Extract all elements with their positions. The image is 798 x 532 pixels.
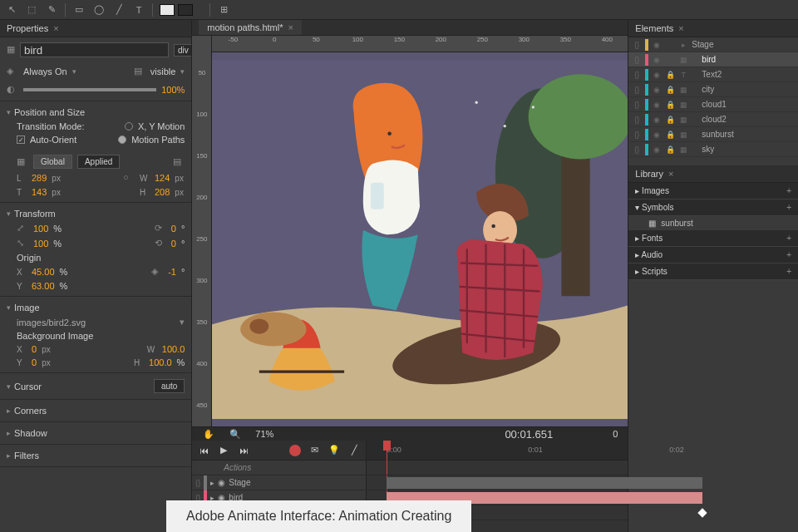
bg-w-value[interactable]: 100.0 bbox=[162, 344, 185, 354]
element-row[interactable]: {}◉🔒▦sky bbox=[628, 142, 798, 157]
zoom-value[interactable]: 71% bbox=[255, 429, 273, 439]
height-value[interactable]: 208 bbox=[155, 187, 170, 197]
properties-title: Properties bbox=[7, 23, 48, 33]
bg-h-value[interactable]: 100.0 bbox=[149, 357, 172, 367]
opacity-slider[interactable] bbox=[23, 88, 156, 91]
close-icon[interactable]: × bbox=[678, 23, 683, 33]
status-bar: ✋ 🔍 71% 00:01.651 0 bbox=[192, 426, 628, 441]
library-item[interactable]: ▦sunburst bbox=[628, 216, 798, 230]
pen-tool-icon[interactable]: ✎ bbox=[45, 3, 58, 17]
motion-paths-radio[interactable] bbox=[118, 135, 126, 144]
visibility-icon: ◈ bbox=[7, 66, 18, 77]
opacity-value[interactable]: 100% bbox=[161, 85, 185, 95]
elements-header: Elements× bbox=[628, 20, 798, 37]
bulb-icon[interactable]: 💡 bbox=[328, 444, 341, 457]
rotate-y-value[interactable]: 0 bbox=[171, 239, 176, 249]
opacity-icon: ◐ bbox=[7, 84, 18, 96]
rect-tool-icon[interactable]: ▭ bbox=[72, 3, 86, 17]
scale-y-icon: ⤡ bbox=[17, 238, 28, 249]
canvas[interactable] bbox=[212, 52, 628, 426]
library-section[interactable]: ▸ Fonts+ bbox=[628, 230, 798, 247]
element-row[interactable]: {}◉🔒▦cloud2 bbox=[628, 112, 798, 127]
global-button[interactable]: Global bbox=[33, 155, 72, 169]
svg-point-10 bbox=[492, 224, 496, 229]
image-path[interactable]: images/bird2.svg bbox=[17, 318, 86, 328]
image-header[interactable]: ▾Image bbox=[7, 300, 185, 315]
element-row[interactable]: {}◉🔒▦sunburst bbox=[628, 127, 798, 142]
svg-rect-7 bbox=[371, 183, 384, 209]
stroke-swatch[interactable] bbox=[178, 4, 193, 16]
fill-swatch[interactable] bbox=[160, 4, 175, 16]
element-type-select[interactable]: div bbox=[174, 44, 192, 57]
play-icon[interactable]: ▶ bbox=[217, 444, 230, 457]
mail-icon[interactable]: ✉ bbox=[308, 444, 321, 457]
forward-icon[interactable]: ⏭ bbox=[237, 444, 250, 457]
visible-label: visible bbox=[150, 66, 176, 76]
scale-y-value[interactable]: 100 bbox=[33, 239, 48, 249]
svg-point-8 bbox=[388, 131, 392, 135]
always-on-label: Always On bbox=[23, 66, 67, 76]
cursor-header[interactable]: ▾Cursor auto bbox=[7, 377, 185, 396]
ellipse-tool-icon[interactable]: ◯ bbox=[92, 3, 106, 17]
element-icon: ▦ bbox=[7, 44, 15, 56]
element-row[interactable]: {}◉▸Stage bbox=[628, 37, 798, 52]
tab-motion-paths[interactable]: motion paths.html*× bbox=[199, 20, 302, 35]
width-value[interactable]: 124 bbox=[155, 173, 170, 183]
timeline-row[interactable]: {}▸◉Stage bbox=[192, 475, 366, 490]
corners-header[interactable]: ▸Corners bbox=[7, 403, 185, 418]
left-value[interactable]: 289 bbox=[32, 173, 47, 183]
hand-tool-icon[interactable]: ✋ bbox=[202, 427, 215, 441]
element-name-input[interactable] bbox=[20, 42, 169, 57]
element-row[interactable]: {}◉🔒▦city bbox=[628, 82, 798, 97]
top-value[interactable]: 143 bbox=[32, 187, 47, 197]
ruler-vertical: 50100150200250300350400450 bbox=[192, 36, 212, 426]
canvas-illustration bbox=[212, 52, 628, 426]
record-button[interactable] bbox=[289, 445, 301, 456]
rotate-value[interactable]: 0 bbox=[171, 224, 176, 234]
dropdown-icon[interactable]: ▾ bbox=[180, 317, 185, 328]
select-tool-icon[interactable]: ⬚ bbox=[25, 3, 38, 17]
close-icon[interactable]: × bbox=[668, 169, 673, 179]
dropdown-icon[interactable]: ▾ bbox=[72, 67, 76, 76]
zoom-tool-icon[interactable]: 🔍 bbox=[229, 427, 242, 441]
skew-value[interactable]: -1 bbox=[168, 267, 176, 277]
library-header: Library× bbox=[628, 165, 798, 183]
scale-x-value[interactable]: 100 bbox=[33, 224, 48, 234]
ease-icon[interactable]: ╱ bbox=[347, 444, 361, 457]
library-section[interactable]: ▸ Images+ bbox=[628, 183, 798, 200]
element-row[interactable]: {}◉🔒TText2 bbox=[628, 67, 798, 82]
close-icon[interactable]: × bbox=[53, 23, 58, 33]
bg-y-value[interactable]: 0 bbox=[32, 357, 37, 367]
cursor-auto-button[interactable]: auto bbox=[154, 379, 185, 393]
origin-label: Origin bbox=[17, 253, 41, 263]
position-size-header[interactable]: ▾Position and Size bbox=[7, 105, 185, 120]
top-toolbar: ↖ ⬚ ✎ ▭ ◯ ╱ T ⊞ bbox=[0, 0, 798, 20]
dropdown-icon[interactable]: ▾ bbox=[180, 67, 185, 76]
transform-header[interactable]: ▾Transform bbox=[7, 206, 185, 221]
library-section[interactable]: ▸ Scripts+ bbox=[628, 264, 798, 280]
library-section[interactable]: ▾ Symbols+ bbox=[628, 200, 798, 216]
filters-header[interactable]: ▸Filters bbox=[7, 448, 185, 463]
origin-x-value[interactable]: 45.00 bbox=[32, 267, 55, 277]
close-tab-icon[interactable]: × bbox=[288, 22, 293, 32]
timeline-ruler[interactable]: 0:000:010:020:03 bbox=[367, 441, 628, 461]
align-icon[interactable]: ▤ bbox=[173, 156, 185, 168]
applied-button[interactable]: Applied bbox=[77, 155, 120, 169]
auto-orient-check[interactable]: ✓ bbox=[17, 135, 25, 144]
link-icon[interactable]: ○ bbox=[123, 172, 135, 184]
text-tool-icon[interactable]: T bbox=[132, 3, 145, 17]
shadow-header[interactable]: ▸Shadow bbox=[7, 426, 185, 441]
bg-x-value[interactable]: 0 bbox=[32, 344, 37, 354]
line-tool-icon[interactable]: ╱ bbox=[112, 3, 126, 17]
stage-track-bar[interactable] bbox=[387, 477, 702, 489]
caption-overlay: Adobe Animate Interface: Animation Creat… bbox=[166, 500, 471, 532]
element-row[interactable]: {}◉▦bird bbox=[628, 52, 798, 67]
bg-image-label: Background Image bbox=[17, 331, 93, 341]
pointer-tool-icon[interactable]: ↖ bbox=[5, 3, 18, 17]
library-section[interactable]: ▸ Audio+ bbox=[628, 247, 798, 264]
tag-tool-icon[interactable]: ⊞ bbox=[217, 3, 230, 17]
element-row[interactable]: {}◉🔒▦cloud1 bbox=[628, 97, 798, 112]
origin-y-value[interactable]: 63.00 bbox=[32, 281, 55, 291]
xy-motion-radio[interactable] bbox=[125, 122, 133, 131]
rewind-icon[interactable]: ⏮ bbox=[197, 444, 210, 457]
